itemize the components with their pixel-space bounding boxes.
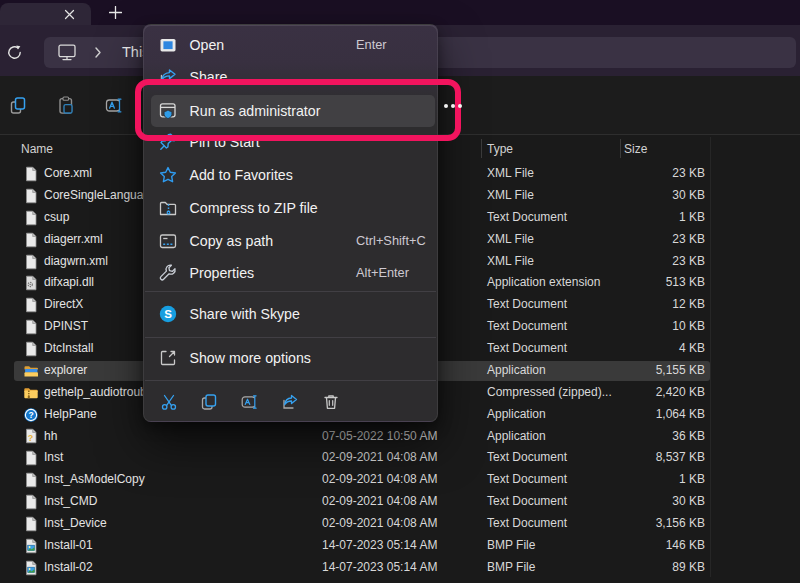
file-type: XML File <box>487 229 534 251</box>
column-header-name[interactable]: Name <box>21 136 53 162</box>
file-row[interactable]: Install-01 14-07-2023 05:14 AM BMP File … <box>0 535 800 557</box>
menu-item-compress-to-zip[interactable]: Compress to ZIP file <box>144 192 437 224</box>
file-name: diagwrn.xml <box>44 251 108 273</box>
file-name: HelpPane <box>44 404 97 426</box>
file-date-modified: 14-07-2023 05:14 AM <box>322 535 437 557</box>
text-document-icon <box>23 297 39 313</box>
file-name: csup <box>44 207 69 229</box>
file-date-modified: 07-05-2022 10:50 AM <box>322 426 437 448</box>
menu-item-show-more-options[interactable]: Show more options <box>144 342 437 374</box>
properties-icon <box>158 263 178 283</box>
copy-as-path-icon <box>158 231 178 251</box>
file-row[interactable]: Inst 02-09-2021 04:08 AM Text Document 8… <box>0 447 800 469</box>
file-name: Inst_Device <box>44 513 107 535</box>
file-row[interactable]: Inst_AsModelCopy 02-09-2021 04:08 AM Tex… <box>0 469 800 491</box>
compress-zip-icon <box>158 198 178 218</box>
this-pc-icon <box>58 44 76 61</box>
file-row[interactable]: Inst_CMD 02-09-2021 04:08 AM Text Docume… <box>0 491 800 513</box>
share-icon[interactable] <box>281 393 299 411</box>
file-name: Install-01 <box>44 535 93 557</box>
menu-separator <box>145 337 436 338</box>
file-name: Install-02 <box>44 557 93 579</box>
text-document-icon <box>23 319 39 335</box>
file-size: 30 KB <box>580 491 705 513</box>
file-name: hh <box>44 426 57 448</box>
tab-close-icon[interactable] <box>63 8 76 21</box>
file-type: Text Document <box>487 469 567 491</box>
new-tab-icon[interactable] <box>109 6 122 19</box>
column-divider[interactable] <box>481 139 482 158</box>
bmp-file-icon <box>23 560 39 576</box>
xml-document-icon <box>23 188 39 204</box>
explorer-app-icon <box>23 363 39 379</box>
xml-document-icon <box>23 254 39 270</box>
text-document-icon <box>23 210 39 226</box>
file-name: Inst <box>44 447 63 469</box>
xml-document-icon <box>23 232 39 248</box>
file-name: Inst_CMD <box>44 491 97 513</box>
file-row[interactable]: Install-02 14-07-2023 05:14 AM BMP File … <box>0 557 800 579</box>
file-date-modified: 02-09-2021 04:08 AM <box>322 513 437 535</box>
menu-item-share-with-skype[interactable]: S Share with Skype <box>144 298 437 330</box>
file-row[interactable]: Inst_Device 02-09-2021 04:08 AM Text Doc… <box>0 513 800 535</box>
file-size: 23 KB <box>580 163 705 185</box>
file-type: XML File <box>487 163 534 185</box>
copy-icon[interactable] <box>200 393 218 411</box>
file-size: 1 KB <box>580 207 705 229</box>
open-icon <box>158 35 178 55</box>
rename-icon[interactable] <box>105 96 123 115</box>
file-name: difxapi.dll <box>44 272 94 294</box>
add-to-favorites-icon <box>158 165 178 185</box>
file-date-modified: 02-09-2021 04:08 AM <box>322 469 437 491</box>
column-header-size[interactable]: Size <box>624 136 647 162</box>
file-size: 5,155 KB <box>580 360 705 382</box>
file-name: diagerr.xml <box>44 229 103 251</box>
file-type: BMP File <box>487 557 535 579</box>
file-type: Text Document <box>487 491 567 513</box>
delete-icon[interactable] <box>322 393 340 411</box>
refresh-icon[interactable] <box>7 45 22 60</box>
see-more-icon[interactable] <box>443 103 465 109</box>
copy-icon[interactable] <box>9 96 27 115</box>
rename-icon[interactable] <box>241 393 259 411</box>
file-size: 36 KB <box>580 426 705 448</box>
file-type: Application <box>487 426 546 448</box>
menu-separator <box>145 291 436 292</box>
file-size: 8,537 KB <box>580 447 705 469</box>
file-size: 4 KB <box>580 338 705 360</box>
file-size: 2,420 KB <box>580 382 705 404</box>
menu-item-properties[interactable]: Properties Alt+Enter <box>144 257 437 289</box>
svg-text:S: S <box>164 308 172 320</box>
menu-item-open[interactable]: Open Enter <box>144 29 437 61</box>
file-size: 30 KB <box>580 185 705 207</box>
column-header-type[interactable]: Type <box>487 136 513 162</box>
text-document-icon <box>23 472 39 488</box>
file-name: DirectX <box>44 294 83 316</box>
file-name: explorer <box>44 360 87 382</box>
menu-item-copy-as-path[interactable]: Copy as path Ctrl+Shift+C <box>144 225 437 257</box>
file-explorer-window: This PC Name Type Size <box>0 0 800 583</box>
file-row[interactable]: hh 07-05-2022 10:50 AM Application 36 KB <box>0 426 800 448</box>
explorer-tab[interactable] <box>0 3 91 25</box>
text-document-icon <box>23 516 39 532</box>
help-app-icon <box>23 407 39 423</box>
file-size: 23 KB <box>580 251 705 273</box>
bmp-file-icon <box>23 538 39 554</box>
file-type: Text Document <box>487 316 567 338</box>
file-date-modified: 02-09-2021 04:08 AM <box>322 491 437 513</box>
file-name: DPINST <box>44 316 88 338</box>
file-type: Text Document <box>487 513 567 535</box>
text-document-icon <box>23 494 39 510</box>
zip-folder-icon <box>23 385 39 401</box>
file-size: 1 KB <box>580 469 705 491</box>
annotation-rectangle <box>135 79 461 141</box>
menu-item-add-to-favorites[interactable]: Add to Favorites <box>144 159 437 191</box>
breadcrumb-chevron-icon <box>92 42 104 63</box>
file-name: DtcInstall <box>44 338 93 360</box>
paste-icon[interactable] <box>57 96 75 115</box>
column-divider[interactable] <box>620 139 621 158</box>
file-date-modified: 14-07-2023 05:14 AM <box>322 557 437 579</box>
file-name: CoreSingleLanguage <box>44 185 157 207</box>
file-type: Text Document <box>487 447 567 469</box>
cut-icon[interactable] <box>160 393 178 411</box>
